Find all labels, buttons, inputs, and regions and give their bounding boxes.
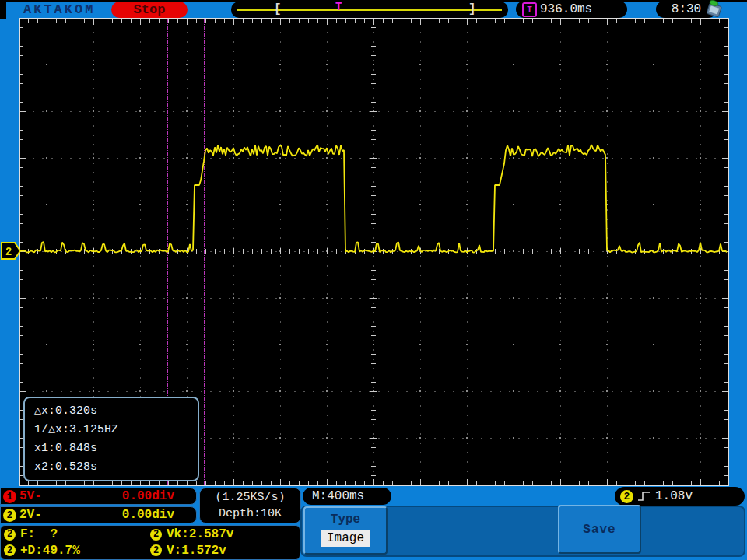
measurement-vk: 2 Vk:2.587v — [150, 527, 298, 543]
measurement-duty: 2 +D:49.7% — [4, 543, 150, 559]
window-bracket-right: ] — [468, 2, 476, 16]
trigger-time-value: 936.0ms — [540, 2, 592, 16]
meas-channel-badge: 2 — [150, 544, 162, 556]
save-button[interactable]: Save — [558, 505, 641, 554]
meas-duty-text: +D:49.7% — [20, 544, 80, 558]
channel2-status-row: 2 2V- 0.00div — [0, 506, 197, 523]
trigger-channel-badge: 2 — [620, 490, 633, 503]
meas-frequency-text: F: ? — [20, 527, 58, 541]
type-button-label: Type — [305, 513, 386, 527]
channel2-badge: 2 — [3, 509, 16, 522]
cursor-x1: x1:0.848s — [34, 439, 198, 458]
measurement-v: 2 V:1.572v — [150, 543, 298, 559]
type-button-value: Image — [321, 530, 370, 547]
sample-rate: (1.25KS/s) — [215, 489, 285, 506]
meas-channel-badge: 2 — [150, 529, 162, 541]
corner-notch — [0, 0, 6, 19]
type-button[interactable]: Type Image — [303, 506, 388, 555]
measurements-panel: 2 F: ? 2 Vk:2.587v 2 +D:49.7% 2 V:1.572v — [0, 525, 300, 560]
channel2-scale: 2V- — [19, 508, 42, 522]
cursor-measurement-panel: △x:0.320s 1/△x:3.125HZ x1:0.848s x2:0.52… — [23, 397, 199, 481]
timebase-badge: M:400ms — [303, 488, 391, 505]
meas-channel-badge: 2 — [4, 544, 16, 556]
cursor-delta-x: △x:0.320s — [34, 402, 198, 421]
trigger-position-marker: T — [335, 1, 342, 13]
meas-v-text: V:1.572v — [167, 544, 226, 558]
oscilloscope-screen: AKTAKOM Stop [ ] T T 936.0ms 8:30 2 △x:0… — [0, 0, 747, 560]
channel1-status-row: 1 5V- 0.00div — [0, 488, 197, 505]
cursor-x2: x2:0.528s — [34, 458, 198, 477]
trigger-time-badge: T 936.0ms — [516, 1, 627, 18]
channel1-scale: 5V- — [19, 489, 42, 503]
meas-channel-badge: 2 — [4, 529, 16, 541]
measurement-frequency: 2 F: ? — [4, 527, 150, 543]
channel2-offset: 0.00div — [122, 508, 174, 522]
clock-value: 8:30 — [672, 2, 701, 16]
usb-disk-icon — [702, 0, 727, 18]
rising-edge-icon — [637, 490, 651, 502]
trigger-level-value: 1.08v — [655, 489, 693, 503]
run-status-badge: Stop — [111, 2, 188, 18]
trigger-t-icon: T — [522, 2, 537, 17]
cursor-frequency: 1/△x:3.125HZ — [34, 421, 198, 439]
trigger-settings-badge: 2 1.08v — [615, 487, 745, 506]
record-depth: Depth:10K — [219, 506, 282, 522]
acquisition-info-box: (1.25KS/s) Depth:10K — [199, 488, 301, 523]
brand-logo: AKTAKOM — [23, 2, 95, 17]
channel2-position-marker: 2 — [1, 242, 21, 260]
channel1-badge: 1 — [3, 490, 16, 503]
meas-vk-text: Vk:2.587v — [167, 527, 233, 541]
horizontal-position-bar: [ ] T — [231, 2, 508, 18]
channel1-offset: 0.00div — [122, 489, 174, 503]
channel2-marker-label: 2 — [5, 246, 12, 258]
save-button-label: Save — [583, 523, 615, 537]
run-status-label: Stop — [134, 2, 166, 17]
timebase-value: M:400ms — [312, 489, 364, 503]
window-bracket-left: [ — [274, 2, 282, 16]
